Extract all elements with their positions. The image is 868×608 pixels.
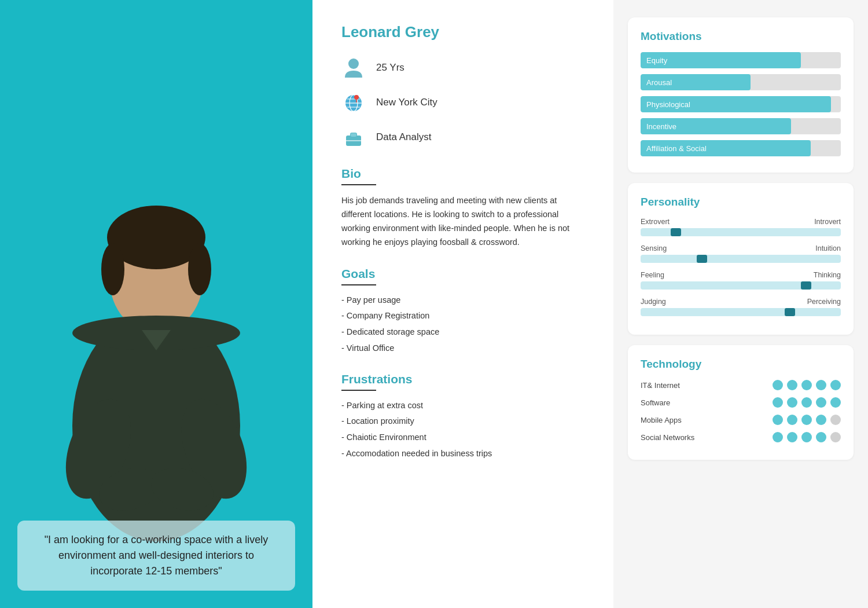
location-row: New York City [341, 90, 584, 115]
middle-panel: Leonard Grey 25 Yrs New York City [312, 0, 613, 608]
tech-label: Mobile Apps [641, 416, 710, 424]
dot [801, 415, 812, 425]
person-illustration [35, 67, 278, 541]
list-item: - Accomodation needed in business trips [341, 448, 584, 460]
dot [773, 432, 783, 442]
personality-row-judging: Judging Perceiving [641, 298, 841, 316]
list-item: - Chaiotic Environment [341, 431, 584, 444]
technology-title: Technology [641, 358, 841, 371]
personality-labels: Judging Perceiving [641, 298, 841, 306]
motivation-bar-fill: Physiological [641, 96, 831, 112]
motivation-bar-fill: Equity [641, 52, 801, 68]
dot [816, 397, 826, 408]
svg-point-12 [348, 58, 359, 69]
tech-label: Social Networks [641, 433, 710, 442]
dot [787, 432, 797, 442]
globe-icon [341, 90, 366, 115]
frustrations-divider [341, 390, 376, 391]
right-panel: Motivations Equity Arousal [613, 0, 868, 608]
personality-indicator [801, 281, 811, 290]
bio-title: Bio [341, 167, 584, 181]
goals-title: Goals [341, 267, 584, 281]
person-name: Leonard Grey [341, 23, 584, 41]
list-item: - Company Registration [341, 310, 584, 323]
tech-dots [773, 432, 841, 442]
dot [787, 397, 797, 408]
goals-divider [341, 284, 376, 285]
dot [773, 415, 783, 425]
tech-dots [773, 380, 841, 390]
quote-box: "I am looking for a co-working space wit… [17, 521, 295, 591]
motivation-bar-bg: Affiliation & Social [641, 140, 841, 156]
job-text: Data Analyst [376, 131, 431, 143]
motivation-bar-row: Equity [641, 52, 841, 68]
motivation-bar-fill: Arousal [641, 74, 751, 90]
motivation-bar-row: Physiological [641, 96, 841, 112]
list-item: - Virtual Office [341, 342, 584, 355]
motivation-bar-row: Arousal [641, 74, 841, 90]
bio-text: His job demands traveling and meeting wi… [341, 194, 584, 250]
dot [816, 380, 826, 390]
dot [816, 432, 826, 442]
tech-row-internet: IT& Internet [641, 380, 841, 390]
bio-divider [341, 184, 376, 185]
job-row: Data Analyst [341, 125, 584, 149]
dot [830, 397, 841, 408]
tech-label: IT& Internet [641, 381, 710, 390]
personality-track [641, 308, 841, 316]
personality-indicator [697, 255, 707, 263]
motivations-title: Motivations [641, 30, 841, 43]
dot [801, 432, 812, 442]
motivation-bar-row: Affiliation & Social [641, 140, 841, 156]
frustrations-list: - Parking at extra cost - Location proxi… [341, 400, 584, 460]
personality-title: Personality [641, 196, 841, 208]
personality-labels: Sensing Intuition [641, 244, 841, 252]
dot [830, 380, 841, 390]
motivation-bar-fill: Affiliation & Social [641, 140, 811, 156]
personality-row-feeling: Feeling Thinking [641, 271, 841, 290]
personality-indicator [671, 228, 681, 236]
tech-row-mobile: Mobile Apps [641, 415, 841, 425]
motivation-bar-bg: Equity [641, 52, 841, 68]
list-item: - Pay per usage [341, 294, 584, 307]
quote-text: "I am looking for a co-working space wit… [32, 532, 281, 579]
personality-track [641, 255, 841, 263]
profile-photo [0, 0, 312, 608]
age-row: 25 Yrs [341, 56, 584, 80]
list-item: - Location proximity [341, 415, 584, 428]
motivations-card: Motivations Equity Arousal [628, 17, 854, 173]
personality-row-extrovert: Extrovert Introvert [641, 218, 841, 236]
age-text: 25 Yrs [376, 62, 404, 74]
motivation-bar-bg: Arousal [641, 74, 841, 90]
dot [787, 415, 797, 425]
motivation-bar-row: Incentive [641, 118, 841, 134]
goals-list: - Pay per usage - Company Registration -… [341, 294, 584, 355]
personality-track [641, 228, 841, 236]
personality-indicator [785, 308, 795, 316]
svg-rect-21 [351, 133, 356, 137]
dot [801, 380, 812, 390]
list-item: - Dedicated storage space [341, 326, 584, 339]
personality-row-sensing: Sensing Intuition [641, 244, 841, 263]
person-icon [341, 56, 366, 80]
svg-point-18 [354, 95, 359, 100]
dot [801, 397, 812, 408]
personality-track [641, 281, 841, 290]
tech-dots [773, 397, 841, 408]
motivation-bar-bg: Incentive [641, 118, 841, 134]
list-item: - Parking at extra cost [341, 400, 584, 412]
motivation-bar-bg: Physiological [641, 96, 841, 112]
personality-labels: Extrovert Introvert [641, 218, 841, 226]
dot [787, 380, 797, 390]
motivation-bar-fill: Incentive [641, 118, 791, 134]
tech-label: Software [641, 398, 710, 407]
frustrations-title: Frustrations [341, 372, 584, 386]
dot [816, 415, 826, 425]
briefcase-icon [341, 125, 366, 149]
personality-card: Personality Extrovert Introvert Sensing … [628, 183, 854, 335]
left-panel: "I am looking for a co-working space wit… [0, 0, 312, 608]
tech-row-social: Social Networks [641, 432, 841, 442]
dot-empty [830, 432, 841, 442]
tech-row-software: Software [641, 397, 841, 408]
technology-card: Technology IT& Internet Software Mob [628, 345, 854, 460]
